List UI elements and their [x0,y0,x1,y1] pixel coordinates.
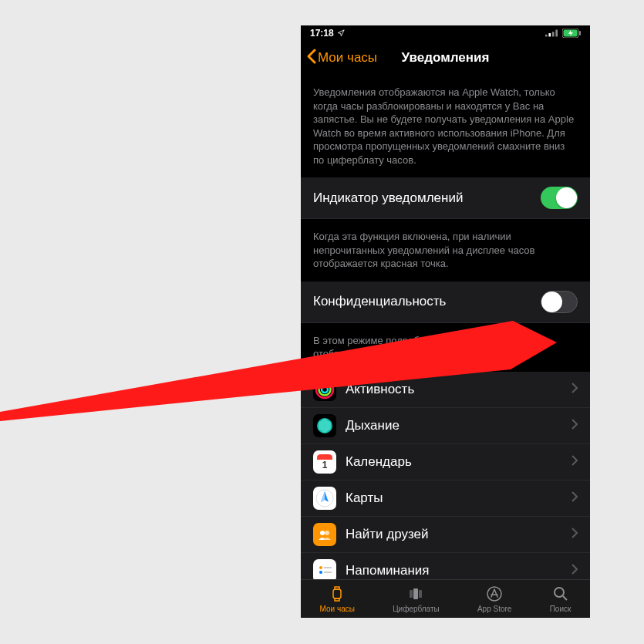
tab-appstore[interactable]: App Store [477,585,511,613]
svg-rect-31 [324,572,332,573]
tab-my-watch[interactable]: Мои часы [320,585,355,613]
svg-rect-2 [552,32,555,36]
svg-point-28 [319,566,322,569]
search-icon [552,585,569,603]
back-label: Мои часы [318,50,377,66]
tab-search[interactable]: Поиск [550,585,572,613]
svg-point-16 [319,421,325,427]
help-text-2: В этом режиме подробности оповещения не … [301,323,590,372]
back-button[interactable]: Мои часы [307,49,377,68]
privacy-row[interactable]: Конфиденциальность [301,282,590,323]
svg-rect-27 [317,563,332,578]
app-label: Напоминания [346,563,562,578]
watch-icon [329,585,346,603]
tab-bar: Мои часы Циферблаты App Store Поиск [301,579,590,618]
notification-indicator-row[interactable]: Индикатор уведомлений [301,177,590,219]
svg-rect-32 [333,589,341,598]
status-bar: 17:18 [301,25,590,41]
row-label: Конфиденциальность [313,294,446,309]
notification-indicator-toggle[interactable] [541,187,578,209]
tab-label: Поиск [550,605,572,613]
svg-point-30 [319,571,322,574]
reminders-icon [313,559,336,579]
svg-rect-34 [335,598,339,601]
tab-label: Мои часы [320,605,355,613]
help-text-1: Когда эта функция включена, при наличии … [301,219,590,282]
tab-label: Циферблаты [393,605,440,613]
app-label: Активность [346,382,562,397]
chevron-right-icon [572,491,578,505]
app-row-reminders[interactable]: Напоминания [301,553,590,579]
svg-point-39 [555,588,564,597]
svg-line-40 [563,596,567,600]
chevron-right-icon [572,383,578,396]
app-row-activity[interactable]: Активность [301,372,590,408]
svg-rect-29 [324,567,332,568]
app-label: Карты [346,491,562,506]
status-time: 17:18 [310,28,334,39]
content-scroll[interactable]: Уведомления отображаются на Apple Watch,… [301,75,590,579]
faces-icon [407,585,424,603]
chevron-right-icon [572,455,578,469]
app-row-calendar[interactable]: 1 Календарь [301,444,590,480]
svg-rect-0 [545,35,548,37]
svg-rect-35 [410,590,413,598]
svg-rect-1 [548,33,551,36]
svg-point-9 [322,386,328,393]
page-title: Уведомления [402,50,490,66]
svg-point-25 [320,531,325,535]
location-icon [337,29,345,37]
app-label: Дыхание [346,418,562,433]
intro-text: Уведомления отображаются на Apple Watch,… [301,75,590,177]
svg-point-24 [316,526,333,543]
svg-rect-36 [413,588,418,599]
chevron-left-icon [307,49,316,68]
row-label: Индикатор уведомлений [313,191,463,206]
svg-rect-6 [579,31,581,35]
app-row-breathe[interactable]: Дыхание [301,408,590,444]
app-label: Найти друзей [346,527,562,542]
svg-rect-3 [555,30,558,37]
tab-faces[interactable]: Циферблаты [393,585,440,613]
activity-icon [313,378,336,401]
calendar-icon: 1 [313,450,336,474]
chevron-right-icon [572,528,578,541]
svg-text:1: 1 [322,460,328,470]
maps-icon [313,487,336,510]
phone-screen: 17:18 Мои часы Уведомления Уведомления о… [301,25,590,618]
battery-icon [562,29,581,38]
chevron-right-icon [572,564,578,578]
privacy-toggle[interactable] [541,291,578,313]
svg-rect-33 [335,587,339,589]
svg-rect-37 [419,590,422,598]
chevron-right-icon [572,419,578,433]
navigation-bar: Мои часы Уведомления [301,41,590,75]
app-row-maps[interactable]: Карты [301,480,590,517]
app-row-findfriends[interactable]: Найти друзей [301,517,590,553]
appstore-icon [486,585,503,603]
signal-icon [545,29,558,37]
find-friends-icon [313,523,336,546]
svg-point-26 [325,531,329,535]
tab-label: App Store [477,605,511,613]
breathe-icon [313,414,336,437]
app-label: Календарь [346,454,562,470]
